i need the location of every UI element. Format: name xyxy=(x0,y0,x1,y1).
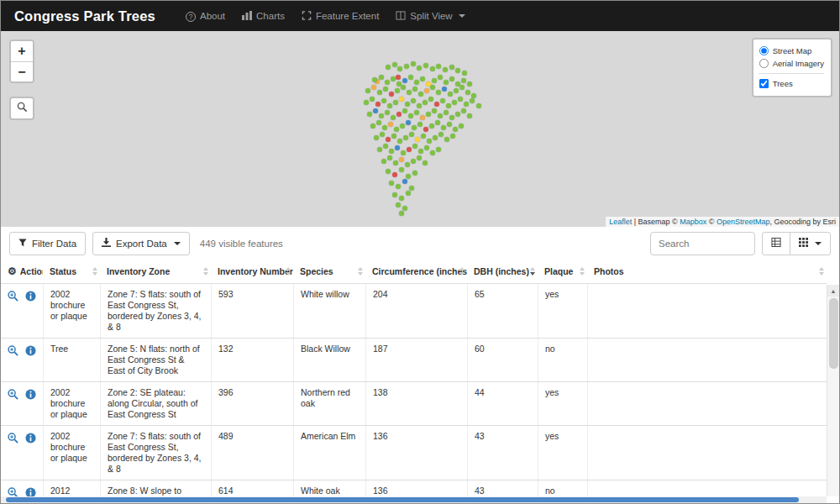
tree-marker[interactable] xyxy=(455,68,460,73)
feature-info-icon[interactable] xyxy=(25,291,36,302)
tree-marker[interactable] xyxy=(380,132,385,137)
tree-marker[interactable] xyxy=(430,85,435,90)
tree-marker[interactable] xyxy=(417,103,422,108)
tree-marker[interactable] xyxy=(436,147,441,152)
scroll-up-arrow-icon[interactable]: ▲ xyxy=(827,285,839,297)
tree-marker[interactable] xyxy=(458,97,463,102)
search-input[interactable] xyxy=(650,232,755,255)
tree-marker[interactable] xyxy=(430,150,435,155)
tree-marker[interactable] xyxy=(397,66,402,71)
tree-marker[interactable] xyxy=(407,147,412,152)
tree-marker[interactable] xyxy=(392,172,397,177)
tree-marker[interactable] xyxy=(436,90,441,95)
tree-marker[interactable] xyxy=(423,160,428,165)
tree-marker[interactable] xyxy=(402,78,407,83)
zoom-to-feature-icon[interactable] xyxy=(8,433,18,444)
tree-marker[interactable] xyxy=(377,90,382,95)
tree-marker[interactable] xyxy=(393,160,398,165)
tree-marker[interactable] xyxy=(423,127,428,132)
tree-marker[interactable] xyxy=(371,85,376,90)
tree-marker[interactable] xyxy=(392,62,397,67)
tree-marker[interactable] xyxy=(444,80,449,85)
column-header-plaque[interactable]: Plaque xyxy=(538,260,587,283)
tree-marker[interactable] xyxy=(423,63,428,68)
column-header-action[interactable]: ⚙Action xyxy=(1,260,43,283)
tree-marker[interactable] xyxy=(438,132,444,137)
tree-marker[interactable] xyxy=(409,132,414,137)
tree-marker[interactable] xyxy=(476,103,481,108)
basemap-option-aerial-imagery[interactable]: Aerial Imagery xyxy=(759,58,824,69)
zoom-to-feature-icon[interactable] xyxy=(8,389,18,400)
tree-marker[interactable] xyxy=(386,137,391,142)
tree-marker[interactable] xyxy=(455,112,460,117)
column-header-dbh-inches-[interactable]: DBH (inches) xyxy=(467,260,538,283)
tree-marker[interactable] xyxy=(436,64,441,69)
nav-item-charts[interactable]: Charts xyxy=(234,1,293,31)
tree-marker[interactable] xyxy=(383,144,388,149)
tree-marker[interactable] xyxy=(467,81,472,87)
tree-marker[interactable] xyxy=(395,88,400,93)
overlay-option-trees[interactable]: Trees xyxy=(759,78,824,89)
tree-marker[interactable] xyxy=(461,78,466,83)
tree-marker[interactable] xyxy=(427,139,432,144)
horizontal-scrollbar[interactable] xyxy=(1,496,827,503)
zoom-out-button[interactable]: − xyxy=(11,61,33,81)
tree-marker[interactable] xyxy=(429,123,434,129)
tree-marker[interactable] xyxy=(389,92,394,97)
tree-marker[interactable] xyxy=(432,108,437,113)
tree-marker[interactable] xyxy=(421,134,426,139)
tree-marker[interactable] xyxy=(391,115,396,120)
tree-marker[interactable] xyxy=(420,115,425,120)
vertical-scrollbar[interactable]: ▲ xyxy=(827,285,839,496)
tree-marker[interactable] xyxy=(417,66,422,71)
feature-info-icon[interactable] xyxy=(25,345,36,356)
tree-marker[interactable] xyxy=(461,108,466,113)
tree-marker[interactable] xyxy=(383,87,388,92)
tree-marker[interactable] xyxy=(459,85,465,90)
tree-marker[interactable] xyxy=(399,196,404,201)
tree-marker[interactable] xyxy=(392,192,397,197)
tree-marker[interactable] xyxy=(449,115,454,120)
tree-marker[interactable] xyxy=(374,135,379,140)
tree-marker[interactable] xyxy=(465,90,470,95)
tree-marker[interactable] xyxy=(441,125,446,130)
tree-marker[interactable] xyxy=(406,120,411,125)
tree-marker[interactable] xyxy=(408,75,413,80)
mapbox-link[interactable]: Mapbox xyxy=(680,218,706,226)
tree-marker[interactable] xyxy=(401,85,406,90)
tree-marker[interactable] xyxy=(412,144,417,149)
tree-marker[interactable] xyxy=(412,87,417,92)
tree-marker[interactable] xyxy=(470,98,475,103)
map-canvas[interactable]: + − Street Map Aerial Imagery Trees Leaf… xyxy=(1,31,839,227)
tree-marker[interactable] xyxy=(435,120,440,125)
tree-marker[interactable] xyxy=(405,102,410,107)
tree-marker[interactable] xyxy=(382,125,387,130)
column-header-status[interactable]: Status xyxy=(43,260,100,283)
column-header-inventory-zone[interactable]: Inventory Zone xyxy=(100,260,211,283)
tree-marker[interactable] xyxy=(364,100,369,105)
column-header-photos[interactable]: Photos xyxy=(587,260,827,283)
tree-marker[interactable] xyxy=(387,103,392,108)
tree-marker[interactable] xyxy=(438,113,443,118)
tree-marker[interactable] xyxy=(370,97,375,102)
tree-marker[interactable] xyxy=(403,135,408,140)
tree-marker[interactable] xyxy=(373,108,378,113)
tree-marker[interactable] xyxy=(402,179,407,184)
tree-marker[interactable] xyxy=(412,171,417,176)
nav-item-split-view[interactable]: Split View xyxy=(387,1,473,31)
tree-marker[interactable] xyxy=(395,145,400,150)
tree-marker[interactable] xyxy=(386,65,391,70)
layer-checkbox-trees[interactable] xyxy=(759,79,769,88)
tree-marker[interactable] xyxy=(393,100,398,105)
tree-marker[interactable] xyxy=(409,186,414,191)
tree-marker[interactable] xyxy=(396,75,401,80)
column-header-inventory-number[interactable]: Inventory Number xyxy=(211,260,293,283)
tree-marker[interactable] xyxy=(397,139,402,144)
tree-marker[interactable] xyxy=(394,127,399,132)
tree-marker[interactable] xyxy=(375,102,381,107)
tree-marker[interactable] xyxy=(401,150,406,155)
leaflet-link[interactable]: Leaflet xyxy=(609,218,632,226)
tree-marker[interactable] xyxy=(404,64,409,69)
tree-marker[interactable] xyxy=(391,134,396,139)
tree-marker[interactable] xyxy=(387,155,392,160)
